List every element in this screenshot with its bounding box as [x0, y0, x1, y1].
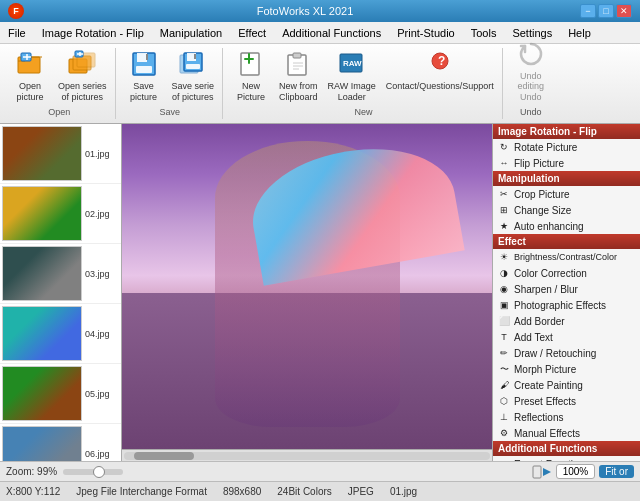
close-button[interactable]: ✕: [616, 4, 632, 18]
auto-enhancing-item[interactable]: ★ Auto enhancing: [493, 218, 640, 234]
crop-picture-item[interactable]: ✂ Crop Picture: [493, 186, 640, 202]
morph-label: Morph Picture: [514, 364, 576, 375]
new-buttons: NewPicture New fromClipboard: [229, 46, 498, 105]
preset-effects-item[interactable]: ⬡ Preset Effects: [493, 393, 640, 409]
minimize-button[interactable]: −: [580, 4, 596, 18]
open-picture-label: Openpicture: [16, 81, 43, 103]
fit-button[interactable]: Fit or: [599, 465, 634, 478]
svg-rect-22: [533, 466, 541, 478]
thumbnail-label: 04.jpg: [85, 329, 110, 339]
brightness-icon: ☀: [497, 250, 511, 264]
canvas-scrollbar[interactable]: [122, 449, 492, 461]
menu-print-studio[interactable]: Print-Studio: [389, 22, 462, 43]
section-header-rotation: Image Rotation - Flip: [493, 124, 640, 139]
save-serie-label: Save serieof pictures: [172, 81, 215, 103]
add-text-item[interactable]: T Add Text: [493, 329, 640, 345]
new-from-clipboard-button[interactable]: New fromClipboard: [275, 46, 322, 105]
thumbnail-label: 05.jpg: [85, 389, 110, 399]
menu-image-rotation[interactable]: Image Rotation - Flip: [34, 22, 152, 43]
list-item[interactable]: 02.jpg: [0, 184, 121, 244]
thumbnail-image: [2, 366, 82, 421]
manual-icon: ⚙: [497, 426, 511, 440]
svg-rect-14: [186, 64, 200, 69]
list-item[interactable]: 04.jpg: [0, 304, 121, 364]
zoom-slider[interactable]: [63, 469, 123, 475]
flip-picture-label: Flip Picture: [514, 158, 564, 169]
image-canvas[interactable]: [122, 124, 492, 461]
preset-effects-label: Preset Effects: [514, 396, 576, 407]
reflections-item[interactable]: ⊥ Reflections: [493, 409, 640, 425]
zoom-label: Zoom: 99%: [6, 466, 57, 477]
toolbar-undo-group: UndoeditingUndo Undo: [505, 48, 557, 119]
painting-icon: 🖌: [497, 378, 511, 392]
menu-manipulation[interactable]: Manipulation: [152, 22, 230, 43]
auto-enhancing-label: Auto enhancing: [514, 221, 584, 232]
save-buttons: Savepicture Save serieof pictures: [122, 46, 219, 105]
list-item[interactable]: 05.jpg: [0, 364, 121, 424]
sharpen-icon: ◉: [497, 282, 511, 296]
maximize-button[interactable]: □: [598, 4, 614, 18]
menu-file[interactable]: File: [0, 22, 34, 43]
manual-effects-item[interactable]: ⚙ Manual Effects: [493, 425, 640, 441]
color-correction-item[interactable]: ◑ Color Correction: [493, 265, 640, 281]
color-correction-icon: ◑: [497, 266, 511, 280]
draw-retouch-item[interactable]: ✏ Draw / Retouching: [493, 345, 640, 361]
list-item[interactable]: 01.jpg: [0, 124, 121, 184]
add-border-item[interactable]: ⬜ Add Border: [493, 313, 640, 329]
thumbnail-image: [2, 186, 82, 241]
new-clipboard-label: New fromClipboard: [279, 81, 318, 103]
brightness-item[interactable]: ☀ Brightness/Contrast/Color: [493, 249, 640, 265]
format: Jpeg File Interchange Format: [76, 486, 207, 497]
toolbar-new-group: NewPicture New fromClipboard: [225, 48, 503, 119]
expert-functions-item[interactable]: E Expert Functions: [493, 456, 640, 461]
contact-button[interactable]: ? Contact/Questions/Support: [382, 46, 498, 105]
zoom-percent-button[interactable]: 100%: [556, 464, 596, 479]
svg-rect-9: [136, 66, 152, 73]
change-size-item[interactable]: ⊞ Change Size: [493, 202, 640, 218]
photo-effects-item[interactable]: ▣ Photographic Effects: [493, 297, 640, 313]
create-painting-label: Create Painting: [514, 380, 583, 391]
menu-tools[interactable]: Tools: [463, 22, 505, 43]
save-picture-icon: [128, 48, 160, 80]
new-picture-label: NewPicture: [237, 81, 265, 103]
save-serie-button[interactable]: Save serieof pictures: [168, 46, 219, 105]
brightness-label: Brightness/Contrast/Color: [514, 252, 617, 262]
sharpen-blur-label: Sharpen / Blur: [514, 284, 578, 295]
new-picture-button[interactable]: NewPicture: [229, 46, 273, 105]
change-size-label: Change Size: [514, 205, 571, 216]
zoom-thumb[interactable]: [93, 466, 105, 478]
new-group-label: New: [354, 107, 372, 117]
coordinates: X:800 Y:112: [6, 486, 60, 497]
thumbnail-panel[interactable]: 01.jpg 02.jpg 03.jpg 04.jpg 05.jpg 06.jp…: [0, 124, 122, 461]
undo-button[interactable]: UndoeditingUndo: [509, 36, 553, 105]
dimensions: 898x680: [223, 486, 261, 497]
save-group-label: Save: [160, 107, 181, 117]
save-serie-icon: [177, 48, 209, 80]
app-title: FotoWorks XL 2021: [30, 5, 580, 17]
draw-retouch-label: Draw / Retouching: [514, 348, 596, 359]
open-picture-button[interactable]: Openpicture: [8, 46, 52, 105]
scrollbar-track[interactable]: [124, 452, 490, 460]
menu-additional-functions[interactable]: Additional Functions: [274, 22, 389, 43]
list-item[interactable]: 03.jpg: [0, 244, 121, 304]
save-picture-button[interactable]: Savepicture: [122, 46, 166, 105]
list-item[interactable]: 06.jpg: [0, 424, 121, 461]
svg-text:?: ?: [438, 54, 445, 68]
sharpen-blur-item[interactable]: ◉ Sharpen / Blur: [493, 281, 640, 297]
menu-effect[interactable]: Effect: [230, 22, 274, 43]
save-picture-label: Savepicture: [130, 81, 157, 103]
scrollbar-thumb[interactable]: [134, 452, 194, 460]
create-painting-item[interactable]: 🖌 Create Painting: [493, 377, 640, 393]
rotate-picture-item[interactable]: ↻ Rotate Picture: [493, 139, 640, 155]
raw-loader-button[interactable]: RAW RAW ImageLoader: [324, 46, 380, 105]
menu-help[interactable]: Help: [560, 22, 599, 43]
open-series-button[interactable]: Open seriesof pictures: [54, 46, 111, 105]
open-buttons: Openpicture Open seriesof pictures: [8, 46, 111, 105]
morph-item[interactable]: 〜 Morph Picture: [493, 361, 640, 377]
flip-picture-item[interactable]: ↔ Flip Picture: [493, 155, 640, 171]
thumbnail-image: [2, 306, 82, 361]
rotate-picture-label: Rotate Picture: [514, 142, 577, 153]
text-icon: T: [497, 330, 511, 344]
open-series-label: Open seriesof pictures: [58, 81, 107, 103]
border-icon: ⬜: [497, 314, 511, 328]
